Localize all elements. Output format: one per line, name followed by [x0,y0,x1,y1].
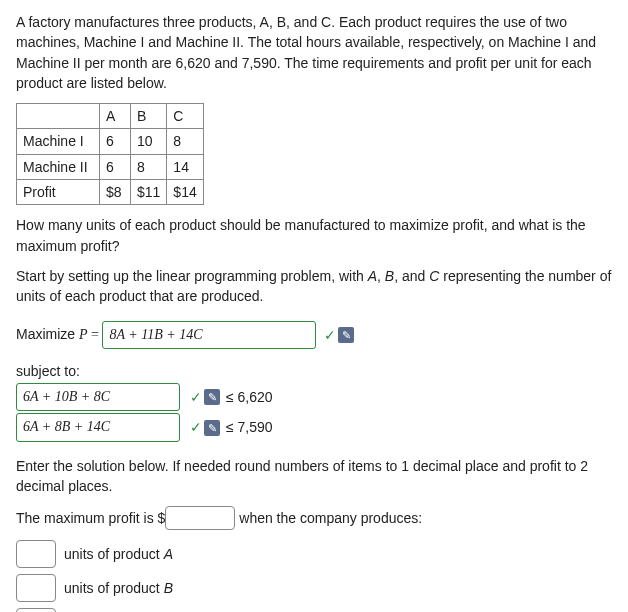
units-B-input[interactable] [16,574,56,602]
check-icon: ✓ [324,325,336,345]
problem-intro: A factory manufactures three products, A… [16,12,612,93]
constraint1-rhs: ≤ 6,620 [226,387,273,407]
solution-instruction: Enter the solution below. If needed roun… [16,456,612,497]
maximize-line: Maximize P = 8A + 11B + 14C ✓✎ [16,321,612,349]
table-row: Machine I 6 10 8 [17,129,204,154]
correct-badge: ✓✎ [190,387,220,407]
data-table: A B C Machine I 6 10 8 Machine II 6 8 14… [16,103,204,205]
table-row: Profit $8 $11 $14 [17,180,204,205]
edit-icon[interactable]: ✎ [204,420,220,436]
constraint2-rhs: ≤ 7,590 [226,417,273,437]
units-row-B: units of product B [16,574,612,602]
col-A: A [100,104,131,129]
units-row-A: units of product A [16,540,612,568]
check-icon: ✓ [190,387,202,407]
max-profit-input[interactable] [165,506,235,530]
question-text: How many units of each product should be… [16,215,612,256]
edit-icon[interactable]: ✎ [204,389,220,405]
units-C-input[interactable] [16,608,56,612]
col-B: B [131,104,167,129]
constraint-row: 6A + 10B + 8C ✓✎ ≤ 6,620 [16,383,612,411]
correct-badge: ✓✎ [190,417,220,437]
row-label: Machine II [17,154,100,179]
profit-line: The maximum profit is $ when the company… [16,506,612,530]
edit-icon[interactable]: ✎ [338,327,354,343]
objective-input[interactable]: 8A + 11B + 14C [102,321,316,349]
units-row-C: units of product C [16,608,612,612]
constraint-row: 6A + 8B + 14C ✓✎ ≤ 7,590 [16,413,612,441]
check-icon: ✓ [190,417,202,437]
col-C: C [167,104,203,129]
correct-badge: ✓✎ [324,325,354,345]
setup-instruction: Start by setting up the linear programmi… [16,266,612,307]
row-label: Profit [17,180,100,205]
row-label: Machine I [17,129,100,154]
table-row: Machine II 6 8 14 [17,154,204,179]
units-A-input[interactable] [16,540,56,568]
constraint1-input[interactable]: 6A + 10B + 8C [16,383,180,411]
subject-to-label: subject to: [16,361,612,381]
constraint2-input[interactable]: 6A + 8B + 14C [16,413,180,441]
